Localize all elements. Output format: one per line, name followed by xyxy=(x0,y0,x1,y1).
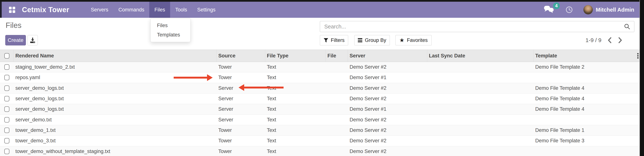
page-title: Files xyxy=(6,21,22,30)
table-row[interactable]: staging_tower_demo_2.txt Tower Text Demo… xyxy=(0,62,640,72)
menu-item-commands[interactable]: Commands xyxy=(113,2,149,18)
star-icon: ★ xyxy=(400,37,404,43)
row-checkbox-cell xyxy=(0,117,14,123)
table-row[interactable]: server_demo.txt Server Text Demo Server … xyxy=(0,115,640,125)
files-dropdown-menu: Files Templates xyxy=(150,18,190,42)
cell-server: Demo Server #2 xyxy=(348,96,427,102)
cell-file-type: Text xyxy=(265,138,326,144)
row-checkbox[interactable] xyxy=(4,96,10,101)
funnel-icon xyxy=(324,38,328,43)
cell-server: Demo Server #2 xyxy=(348,85,427,91)
cell-template: Demo File Template 2 xyxy=(534,64,636,70)
search-input[interactable] xyxy=(324,23,624,30)
activities-button[interactable] xyxy=(566,6,573,13)
column-header-last-sync-date[interactable]: Last Sync Date xyxy=(427,50,534,62)
cell-source: Server xyxy=(216,96,265,102)
menu-item-tools[interactable]: Tools xyxy=(170,2,192,18)
screenshot-right-edge xyxy=(640,0,644,156)
cell-template: Demo File Template 3 xyxy=(534,138,636,144)
favorites-label: Favorites xyxy=(407,37,428,43)
row-checkbox[interactable] xyxy=(4,106,10,112)
table-row[interactable]: tower_demo_3.txt Tower Text Demo Server … xyxy=(0,136,640,146)
column-header-template[interactable]: Template xyxy=(534,50,636,62)
row-checkbox-cell xyxy=(0,128,14,133)
row-checkbox[interactable] xyxy=(4,75,10,80)
row-checkbox[interactable] xyxy=(4,64,10,70)
row-checkbox-cell xyxy=(0,64,14,70)
cell-server: Demo Server #2 xyxy=(348,64,427,70)
cell-template: Demo File Template 4 xyxy=(534,85,636,91)
control-panel: Files Create Filters xyxy=(0,18,640,50)
main-menu: Servers Commands Files Tools Settings xyxy=(86,2,220,18)
cell-template: Demo File Template 1 xyxy=(534,127,636,133)
screenshot-top-edge xyxy=(0,0,644,2)
cell-source: Tower xyxy=(216,127,265,133)
navbar-right: 4 Mitchell Admin xyxy=(544,5,640,14)
cell-file-type: Text xyxy=(265,117,326,123)
table-row[interactable]: server_demo_logs.txt Server Text Demo Se… xyxy=(0,83,640,93)
row-checkbox[interactable] xyxy=(4,138,10,144)
menu-item-files[interactable]: Files xyxy=(149,2,170,18)
cell-rendered-name: tower_demo_without_template_staging.txt xyxy=(14,149,216,154)
cell-server: Demo Server #2 xyxy=(348,127,427,133)
row-checkbox-cell xyxy=(0,149,14,154)
table-row[interactable]: server_demo_logs.txt Server Text Demo Se… xyxy=(0,93,640,104)
export-button[interactable] xyxy=(28,35,38,45)
user-menu[interactable]: Mitchell Admin xyxy=(596,7,634,13)
row-checkbox[interactable] xyxy=(4,85,10,91)
column-header-rendered-name[interactable]: Rendered Name xyxy=(14,50,216,62)
dropdown-item-templates[interactable]: Templates xyxy=(150,30,190,39)
filters-button[interactable]: Filters xyxy=(320,35,348,45)
messages-count-badge: 4 xyxy=(553,2,560,9)
messages-button[interactable]: 4 xyxy=(544,5,554,14)
cell-file-type: Text xyxy=(265,106,326,112)
cell-source: Tower xyxy=(216,149,265,154)
user-avatar[interactable] xyxy=(584,5,593,14)
row-checkbox-cell xyxy=(0,106,14,112)
column-header-server[interactable]: Server xyxy=(348,50,427,62)
search-icon[interactable] xyxy=(624,23,630,30)
apps-grid-icon[interactable] xyxy=(9,7,15,13)
cell-rendered-name: server_demo_logs.txt xyxy=(14,106,216,112)
row-checkbox[interactable] xyxy=(4,117,10,123)
files-list-view: Rendered Name Source File Type File Serv… xyxy=(0,50,640,156)
cell-source: Server xyxy=(216,117,265,123)
row-checkbox[interactable] xyxy=(4,149,10,154)
cell-file-type: Text xyxy=(265,127,326,133)
cell-file-type: Text xyxy=(265,96,326,102)
cell-rendered-name: server_demo.txt xyxy=(14,117,216,123)
cell-rendered-name: server_demo_logs.txt xyxy=(14,96,216,102)
dropdown-item-files[interactable]: Files xyxy=(150,21,190,30)
table-row[interactable]: tower_demo_without_template_staging.txt … xyxy=(0,146,640,156)
favorites-button[interactable]: ★ Favorites xyxy=(395,35,432,45)
pager-next-icon[interactable] xyxy=(618,37,622,43)
menu-item-servers[interactable]: Servers xyxy=(86,2,113,18)
select-all-checkbox[interactable] xyxy=(4,53,10,59)
cell-source: Tower xyxy=(216,138,265,144)
annotation-arrow-left-head xyxy=(238,84,244,91)
menu-item-settings[interactable]: Settings xyxy=(192,2,220,18)
cell-rendered-name: tower_demo_1.txt xyxy=(14,127,216,133)
group-by-button[interactable]: Group By xyxy=(354,35,390,45)
select-all-cell xyxy=(0,50,14,62)
download-icon xyxy=(30,37,36,43)
cell-source: Tower xyxy=(216,75,265,80)
row-checkbox-cell xyxy=(0,96,14,101)
create-button[interactable]: Create xyxy=(5,35,26,45)
cell-template: Demo File Template 4 xyxy=(534,96,636,102)
column-header-file-type[interactable]: File Type xyxy=(265,50,326,62)
top-navbar: Cetmix Tower Servers Commands Files Tool… xyxy=(0,2,640,18)
column-header-source[interactable]: Source xyxy=(216,50,265,62)
table-header-row: Rendered Name Source File Type File Serv… xyxy=(0,50,640,62)
cell-rendered-name: staging_tower_demo_2.txt xyxy=(14,64,216,70)
pager-previous-icon[interactable] xyxy=(608,37,612,43)
table-row[interactable]: tower_demo_1.txt Tower Text Demo Server … xyxy=(0,125,640,136)
column-header-file[interactable]: File xyxy=(326,50,348,62)
cell-file-type: Text xyxy=(265,149,326,154)
cell-file-type: Text xyxy=(265,64,326,70)
table-row[interactable]: server_demo_logs.txt Server Text Demo Se… xyxy=(0,104,640,114)
row-checkbox[interactable] xyxy=(4,128,10,133)
table-row[interactable]: repos.yaml Tower Text Demo Server #1 xyxy=(0,72,640,83)
optional-columns-toggle-icon[interactable] xyxy=(637,50,638,62)
annotation-arrow-left-shaft xyxy=(244,87,284,88)
